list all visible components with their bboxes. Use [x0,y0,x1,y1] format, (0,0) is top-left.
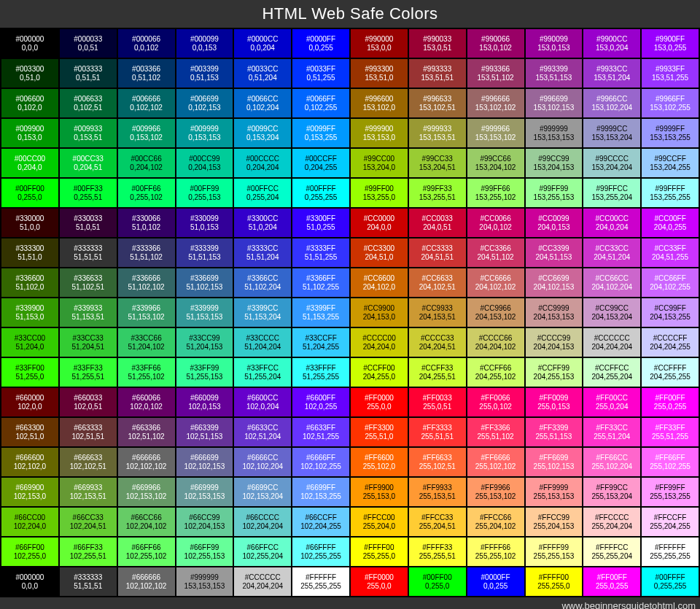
swatch-hex: #CC3333 [422,244,453,253]
color-swatch: #FF99FF255,153,255 [641,477,699,507]
swatch-hex: #0000CC [247,35,278,44]
swatch-hex: #CCFFFF [654,364,686,373]
swatch-hex: #006600 [15,95,44,104]
color-swatch: #00FFFF0,255,255 [292,178,350,208]
swatch-rgb: 0,51,255 [307,74,335,82]
swatch-hex: #CCFFCC [595,364,629,373]
color-swatch: #99CC99153,204,153 [525,148,583,178]
swatch-rgb: 0,0,153 [192,44,217,53]
color-swatch: #9900FF153,0,255 [641,28,699,58]
swatch-rgb: 102,204,0 [14,522,47,531]
swatch-hex: #663399 [190,424,219,432]
color-swatch: #660066102,0,102 [117,387,176,417]
swatch-rgb: 0,102,0 [18,104,42,112]
swatch-hex: #339999 [190,304,219,313]
color-swatch: #0000330,0,51 [59,28,117,58]
color-swatch: #0033660,51,102 [117,58,176,88]
swatch-hex: #339966 [132,304,160,313]
swatch-hex: #66CC99 [189,513,219,522]
color-swatch: #999999153,153,153 [525,118,583,148]
swatch-hex: #FF6666 [481,454,510,462]
swatch-hex: #666600 [15,454,44,462]
swatch-hex: #FFFFFF [306,573,336,582]
color-swatch: #9933FF153,51,255 [641,58,699,88]
color-swatch: #3399FF51,153,255 [292,298,350,327]
color-swatch: #CCFF33204,255,51 [408,357,467,387]
swatch-rgb: 153,51,255 [652,74,688,82]
swatch-hex: #003300 [15,65,44,74]
swatch-hex: #66FF99 [190,543,219,552]
color-swatch: #990000153,0,0 [350,28,408,58]
swatch-hex: #669966 [132,484,160,492]
color-swatch: #996600153,102,0 [350,88,408,118]
color-swatch: #33CCFF51,204,255 [292,327,350,357]
color-swatch: #FFFFFF255,255,255 [292,567,350,597]
swatch-rgb: 51,51,0 [18,253,42,262]
swatch-hex: #66CC66 [131,513,161,522]
color-swatch: #CCFF66204,255,102 [467,357,525,387]
swatch-rgb: 51,102,0 [15,283,44,292]
swatch-rgb: 51,51,51 [74,253,102,262]
swatch-hex: #66CCCC [246,513,279,522]
swatch-hex: #996600 [365,95,393,104]
swatch-hex: #9966CC [596,95,627,104]
swatch-rgb: 102,0,204 [246,403,279,411]
swatch-rgb: 51,153,0 [15,313,44,322]
swatch-rgb: 153,153,102 [475,133,516,142]
swatch-rgb: 102,204,204 [242,522,283,531]
swatch-rgb: 0,204,102 [130,163,163,172]
color-swatch: #FF33CC255,51,204 [583,417,641,447]
swatch-hex: #66FF33 [74,543,103,552]
swatch-rgb: 153,204,51 [419,163,456,172]
swatch-rgb: 0,51,204 [249,74,277,82]
swatch-rgb: 153,51,51 [421,74,454,82]
swatch-rgb: 255,51,102 [478,432,514,441]
color-swatch: #00CC660,204,102 [117,148,176,178]
swatch-hex: #CCCCCC [594,334,630,343]
swatch-rgb: 0,255,51 [74,193,102,202]
color-swatch: #99CC33153,204,51 [408,148,467,178]
swatch-hex: #990099 [540,35,568,44]
swatch-hex: #CC00CC [595,214,629,223]
swatch-hex: #6633FF [306,424,335,432]
swatch-hex: #FF66FF [656,454,685,462]
color-swatch: #FFFF00255,255,0 [350,537,408,567]
swatch-rgb: 153,153,153 [184,582,225,591]
color-swatch: #0000FF0,0,255 [292,28,350,58]
swatch-hex: #FF3399 [539,424,568,432]
swatch-hex: #FF66CC [596,454,628,462]
swatch-hex: #006666 [132,95,160,104]
swatch-rgb: 102,255,51 [70,552,106,561]
color-swatch: #00FF000,255,0 [408,567,467,597]
swatch-rgb: 153,0,51 [423,44,451,53]
swatch-rgb: 153,204,102 [475,163,516,172]
color-swatch: #33FF0051,255,0 [1,357,59,387]
swatch-rgb: 0,102,255 [305,104,338,112]
color-swatch: #33990051,153,0 [1,298,59,327]
swatch-hex: #0099CC [247,125,278,133]
swatch-rgb: 51,204,204 [244,343,281,352]
swatch-hex: #CCCCCC [245,573,281,582]
swatch-hex: #CC9999 [538,304,569,313]
color-swatch: #CC9933204,153,51 [408,298,467,327]
color-swatch: #33666651,102,102 [117,268,176,298]
color-swatch: #663366102,51,102 [117,417,176,447]
swatch-hex: #330066 [132,214,160,223]
swatch-rgb: 255,51,0 [365,432,393,441]
swatch-rgb: 255,255,153 [534,552,575,561]
swatch-rgb: 51,255,153 [186,373,222,381]
swatch-rgb: 255,153,255 [650,492,691,501]
swatch-hex: #6699CC [247,484,278,492]
swatch-rgb: 102,0,102 [130,403,163,411]
color-swatch: #33333351,51,51 [59,238,117,268]
color-swatch: #00CCFF0,204,255 [292,148,350,178]
swatch-hex: #33CCFF [305,334,336,343]
color-swatch: #66FFCC102,255,204 [233,537,292,567]
swatch-rgb: 204,51,51 [421,253,454,262]
color-swatch: #660000102,0,0 [1,387,59,417]
swatch-hex: #336666 [132,274,160,283]
color-swatch: #99CC00153,204,0 [350,148,408,178]
swatch-hex: #99FFCC [596,185,628,193]
swatch-rgb: 255,51,255 [652,432,688,441]
color-swatch: #0033990,51,153 [176,58,234,88]
